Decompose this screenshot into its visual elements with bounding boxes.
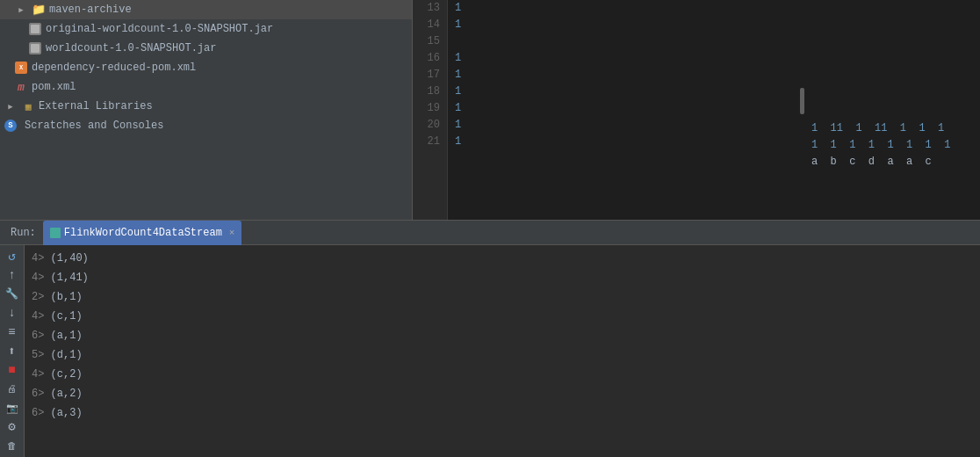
wrap-button[interactable]: ≡	[3, 324, 22, 340]
arrow-right-icon: ▶	[14, 3, 28, 17]
jar-icon2	[28, 41, 42, 55]
gear-button[interactable]: ⚙	[3, 419, 22, 435]
line-num-13: 13	[420, 0, 440, 17]
jar-icon	[28, 22, 42, 36]
overlay-line2: 1 1 1 1 1 1 1 1	[811, 137, 973, 154]
tree-item-label: pom.xml	[32, 81, 76, 93]
code-line-14: 1	[455, 17, 797, 33]
output-thread: 2>	[32, 291, 44, 303]
code-line-15	[455, 33, 797, 50]
output-data: (c,2)	[44, 368, 82, 381]
xml-icon: X	[14, 61, 28, 75]
tree-item-label: maven-archive	[49, 4, 132, 16]
output-data: (1,40)	[44, 252, 88, 265]
line-num-19: 19	[420, 100, 440, 117]
output-thread: 4>	[32, 310, 44, 323]
arrow-expand-icon: ▶	[4, 99, 18, 113]
maven-icon: m	[14, 80, 28, 94]
code-content[interactable]: 1 1 1 1 1 1 1 1	[448, 0, 804, 220]
run-tab-flink[interactable]: FlinkWordCount4DataStream ×	[43, 221, 242, 245]
output-data: (a,1)	[44, 330, 82, 342]
tree-item-worldcount-jar[interactable]: worldcount-1.0-SNAPSHOT.jar	[0, 39, 412, 58]
tree-item-label: External Libraries	[39, 100, 153, 112]
sort-button[interactable]: ⬆	[3, 344, 22, 359]
output-line-6: 5> (d,1)	[32, 345, 973, 365]
scratch-icon: S	[4, 119, 18, 133]
output-line-2: 4> (1,41)	[32, 268, 973, 287]
run-panel: Run: FlinkWordCount4DataStream × ↺ ↑ 🔧 ↓…	[0, 220, 980, 457]
tree-item-original-jar[interactable]: original-worldcount-1.0-SNAPSHOT.jar	[0, 19, 412, 39]
output-thread: 4>	[32, 272, 44, 284]
overlay-code: 1 11 1 11 1 1 1 1 1 1 1 1 1 1 1 a b c d …	[804, 0, 980, 220]
output-thread: 6>	[32, 330, 44, 342]
output-line-8: 6> (a,2)	[32, 384, 973, 403]
scroll-indicator[interactable]	[800, 88, 804, 114]
tree-item-label: Scratches and Consoles	[25, 120, 163, 132]
output-data: (a,2)	[44, 388, 82, 400]
output-line-9: 6> (a,3)	[32, 403, 973, 423]
output-line-3: 2> (b,1)	[32, 287, 973, 307]
scroll-up-button[interactable]: ↑	[3, 268, 22, 284]
output-data: (d,1)	[44, 349, 82, 361]
delete-button[interactable]: 🗑	[3, 438, 22, 453]
output-thread: 4>	[32, 252, 44, 265]
print-button[interactable]: 🖨	[3, 381, 22, 397]
run-tab-name: FlinkWordCount4DataStream	[64, 227, 222, 239]
code-line-21: 1	[455, 134, 797, 150]
scroll-down-button[interactable]: ↓	[3, 306, 22, 322]
run-tab-icon	[50, 228, 61, 238]
rerun-button[interactable]: ↺	[3, 249, 22, 265]
overlay-line1: 1 11 1 11 1 1 1	[811, 120, 973, 137]
line-num-20: 20	[420, 117, 440, 134]
close-tab-button[interactable]: ×	[229, 228, 235, 238]
code-line-20: 1	[455, 117, 797, 134]
output-line-7: 4> (c,2)	[32, 365, 973, 384]
tree-item-dep-pom[interactable]: X dependency-reduced-pom.xml	[0, 58, 412, 77]
output-thread: 6>	[32, 407, 44, 419]
output-data: (1,41)	[44, 272, 88, 284]
output-data: (c,1)	[44, 310, 82, 323]
folder-icon: 📁	[32, 3, 46, 17]
tree-item-maven-archive[interactable]: ▶ 📁 maven-archive	[0, 0, 412, 19]
code-line-18: 1	[455, 83, 797, 100]
run-toolbar: ↺ ↑ 🔧 ↓ ≡ ⬆ ■ 🖨 📷 ⚙ 🗑	[0, 245, 25, 457]
tree-item-label: dependency-reduced-pom.xml	[32, 62, 196, 74]
output-line-5: 6> (a,1)	[32, 326, 973, 345]
tree-item-label: worldcount-1.0-SNAPSHOT.jar	[46, 42, 216, 54]
stop-button[interactable]: ■	[3, 362, 22, 378]
run-output: 4> (1,40) 4> (1,41) 2> (b,1) 4> (c,1) 6>…	[25, 245, 980, 457]
tree-item-scratches[interactable]: S Scratches and Consoles	[0, 116, 412, 135]
editor-area: 13 14 15 16 17 18 19 20 21 1 1 1 1 1 1 1…	[413, 0, 980, 220]
run-content: ↺ ↑ 🔧 ↓ ≡ ⬆ ■ 🖨 📷 ⚙ 🗑 4> (1,40) 4> (1,41…	[0, 245, 980, 457]
run-tab-bar: Run: FlinkWordCount4DataStream ×	[0, 221, 980, 245]
settings-button[interactable]: 🔧	[3, 287, 22, 302]
line-num-14: 14	[420, 17, 440, 33]
file-tree: ▶ 📁 maven-archive original-worldcount-1.…	[0, 0, 413, 220]
line-num-17: 17	[420, 67, 440, 83]
code-line-19: 1	[455, 100, 797, 117]
output-data: (b,1)	[44, 291, 82, 303]
code-line-16: 1	[455, 50, 797, 67]
line-numbers: 13 14 15 16 17 18 19 20 21	[413, 0, 448, 220]
line-num-18: 18	[420, 83, 440, 100]
output-data: (a,3)	[44, 407, 82, 419]
output-thread: 4>	[32, 368, 44, 381]
run-label: Run:	[4, 227, 43, 239]
line-num-21: 21	[420, 134, 440, 150]
output-thread: 5>	[32, 349, 44, 361]
camera-button[interactable]: 📷	[3, 400, 22, 416]
code-line-13: 1	[455, 0, 797, 17]
overlay-line3: a b c d a a c	[811, 154, 973, 170]
line-num-15: 15	[420, 33, 440, 50]
tree-item-ext-libs[interactable]: ▶ ▦ External Libraries	[0, 97, 412, 116]
library-icon: ▦	[21, 99, 35, 113]
tree-item-label: original-worldcount-1.0-SNAPSHOT.jar	[46, 23, 273, 35]
line-num-16: 16	[420, 50, 440, 67]
code-line-17: 1	[455, 67, 797, 83]
tree-item-pom[interactable]: m pom.xml	[0, 77, 412, 97]
output-line-4: 4> (c,1)	[32, 307, 973, 326]
output-line-1: 4> (1,40)	[32, 249, 973, 268]
output-thread: 6>	[32, 388, 44, 400]
